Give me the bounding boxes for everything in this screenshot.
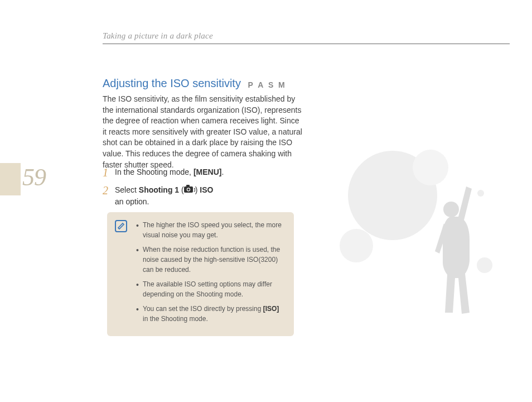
note-item-bold: [ISO] [263, 305, 279, 313]
step-text-pre: Select [115, 185, 139, 194]
step-2: 2 Select Shooting 1 (1) ISO an option. [103, 184, 303, 208]
step-text-bold: Shooting 1 [139, 185, 179, 194]
mode-a: A [258, 80, 264, 89]
step-text-pre: In the Shooting mode, [115, 168, 194, 176]
section-title: Adjusting the ISO sensitivity P A S M [103, 77, 286, 90]
svg-point-3 [187, 189, 190, 191]
step-1: 1 In the Shooting mode, [MENU]. [103, 166, 303, 179]
mode-m: M [278, 80, 286, 89]
page-number-tab [0, 163, 21, 195]
svg-point-7 [477, 190, 484, 197]
svg-point-9 [413, 150, 448, 185]
svg-rect-1 [186, 185, 190, 187]
svg-point-5 [348, 151, 437, 240]
note-list: The higher the ISO speed you select, the… [136, 220, 286, 324]
step-number: 1 [103, 166, 115, 179]
camera-icon: 1 [184, 184, 195, 195]
page-number: 59 [22, 163, 46, 192]
step-text-bold2: ISO [200, 185, 213, 194]
note-item: You can set the ISO directly by pressing… [136, 304, 286, 324]
mode-s: S [268, 80, 274, 89]
step-text: In the Shooting mode, [MENU]. [115, 166, 224, 179]
note-item: The higher the ISO speed you select, the… [136, 220, 286, 240]
note-item-pre: You can set the ISO directly by pressing [143, 305, 263, 313]
note-box: The higher the ISO speed you select, the… [107, 212, 294, 336]
note-icon [115, 220, 127, 232]
note-item: When the noise reduction function is use… [136, 245, 286, 275]
step-text-post: . [221, 168, 224, 176]
svg-point-10 [443, 202, 459, 217]
mode-p: P [248, 80, 253, 89]
svg-text:1: 1 [194, 187, 195, 193]
step-text: Select Shooting 1 (1) ISO an option. [115, 184, 213, 208]
svg-point-8 [477, 257, 492, 273]
svg-point-6 [340, 229, 373, 262]
breadcrumb: Taking a picture in a dark place [103, 31, 213, 41]
note-item: The available ISO setting options may di… [136, 279, 286, 299]
step-text-bold: [MENU] [194, 168, 222, 176]
section-title-text: Adjusting the ISO sensitivity [103, 77, 241, 89]
section-body: The ISO sensitivity, as the film sensiti… [103, 94, 303, 170]
step-number: 2 [103, 184, 115, 208]
note-item-post: in the Shooting mode. [143, 315, 208, 323]
header-divider [103, 44, 510, 44]
steps-list: 1 In the Shooting mode, [MENU]. 2 Select… [103, 166, 303, 213]
step-text-post2: an option. [115, 197, 149, 206]
decorative-illustration [326, 128, 510, 329]
mode-badges: P A S M [247, 78, 286, 90]
